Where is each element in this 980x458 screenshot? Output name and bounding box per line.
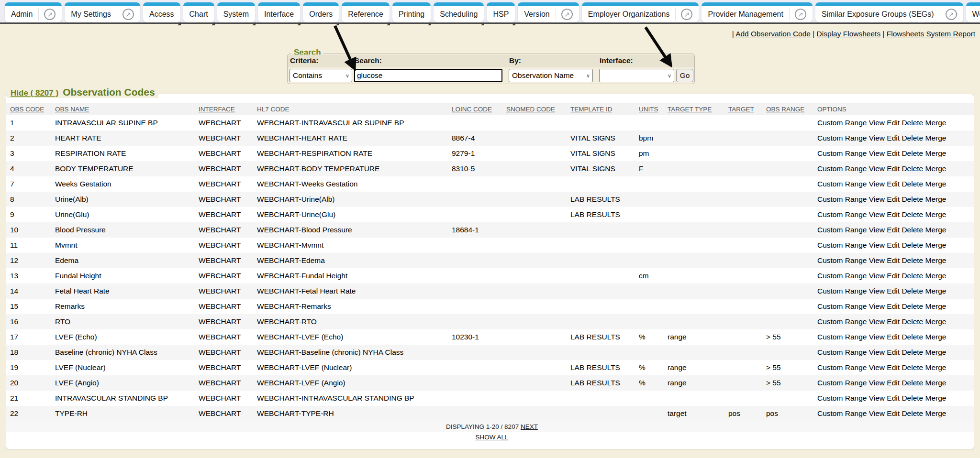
- option-link-view[interactable]: View: [869, 195, 885, 203]
- option-link-delete[interactable]: Delete: [902, 287, 923, 295]
- option-link-delete[interactable]: Delete: [902, 317, 923, 326]
- option-link-custom-range[interactable]: Custom Range: [817, 348, 867, 356]
- option-link-view[interactable]: View: [869, 180, 885, 188]
- option-link-delete[interactable]: Delete: [902, 180, 923, 188]
- option-link-view[interactable]: View: [869, 409, 885, 417]
- option-link-delete[interactable]: Delete: [902, 241, 923, 249]
- option-link-edit[interactable]: Edit: [887, 210, 900, 218]
- option-link-delete[interactable]: Delete: [902, 348, 923, 356]
- option-link-custom-range[interactable]: Custom Range: [817, 409, 867, 417]
- sort-link-obs_range[interactable]: OBS RANGE: [766, 106, 804, 113]
- option-link-merge[interactable]: Merge: [925, 409, 947, 417]
- sort-link-template[interactable]: TEMPLATE ID: [570, 106, 612, 113]
- option-link-edit[interactable]: Edit: [887, 256, 900, 264]
- option-link-delete[interactable]: Delete: [902, 134, 923, 142]
- option-link-edit[interactable]: Edit: [887, 134, 900, 142]
- option-link-edit[interactable]: Edit: [887, 363, 900, 371]
- option-link-delete[interactable]: Delete: [902, 394, 923, 402]
- option-link-merge[interactable]: Merge: [925, 363, 947, 371]
- sort-link-interface[interactable]: INTERFACE: [199, 106, 235, 113]
- sort-link-units[interactable]: UNITS: [639, 106, 658, 113]
- option-link-merge[interactable]: Merge: [925, 379, 947, 387]
- option-link-custom-range[interactable]: Custom Range: [817, 195, 867, 203]
- option-link-edit[interactable]: Edit: [887, 379, 900, 387]
- option-link-edit[interactable]: Edit: [887, 272, 900, 280]
- option-link-merge[interactable]: Merge: [925, 348, 947, 356]
- option-link-custom-range[interactable]: Custom Range: [817, 287, 867, 295]
- nav-tab-orders[interactable]: Orders: [303, 2, 339, 22]
- nav-tab-chart[interactable]: Chart: [183, 2, 214, 22]
- nav-tab-version[interactable]: Version↗: [518, 2, 579, 22]
- option-link-view[interactable]: View: [869, 287, 885, 295]
- option-link-merge[interactable]: Merge: [925, 256, 947, 264]
- interface-select[interactable]: ∨: [599, 69, 674, 82]
- option-link-merge[interactable]: Merge: [925, 210, 947, 218]
- sort-link-target_type[interactable]: TARGET TYPE: [668, 106, 712, 113]
- option-link-view[interactable]: View: [869, 134, 885, 142]
- option-link-merge[interactable]: Merge: [925, 287, 947, 295]
- option-link-merge[interactable]: Merge: [925, 317, 947, 326]
- nav-tab-scheduling[interactable]: Scheduling: [434, 2, 484, 22]
- header-link-flowsheets-system-report[interactable]: Flowsheets System Report: [887, 30, 975, 38]
- option-link-merge[interactable]: Merge: [925, 195, 947, 203]
- option-link-view[interactable]: View: [869, 348, 885, 356]
- option-link-merge[interactable]: Merge: [925, 180, 947, 188]
- option-link-view[interactable]: View: [869, 256, 885, 264]
- criteria-select[interactable]: Contains ∨: [290, 69, 352, 82]
- option-link-edit[interactable]: Edit: [887, 180, 900, 188]
- option-link-delete[interactable]: Delete: [902, 272, 923, 280]
- option-link-edit[interactable]: Edit: [887, 394, 900, 402]
- option-link-delete[interactable]: Delete: [902, 256, 923, 264]
- external-link-icon[interactable]: ↗: [44, 9, 56, 20]
- option-link-edit[interactable]: Edit: [887, 317, 900, 326]
- option-link-view[interactable]: View: [869, 363, 885, 371]
- option-link-merge[interactable]: Merge: [925, 241, 947, 249]
- show-all-link[interactable]: SHOW ALL: [475, 434, 508, 441]
- option-link-edit[interactable]: Edit: [887, 226, 900, 234]
- option-link-merge[interactable]: Merge: [925, 119, 947, 127]
- option-link-merge[interactable]: Merge: [925, 226, 947, 234]
- option-link-merge[interactable]: Merge: [925, 333, 947, 341]
- external-link-icon[interactable]: ↗: [561, 9, 573, 20]
- option-link-edit[interactable]: Edit: [887, 409, 900, 417]
- option-link-custom-range[interactable]: Custom Range: [817, 241, 867, 249]
- external-link-icon[interactable]: ↗: [681, 9, 692, 20]
- option-link-edit[interactable]: Edit: [887, 241, 900, 249]
- nav-tab-hsp[interactable]: HSP: [487, 2, 515, 22]
- option-link-delete[interactable]: Delete: [902, 409, 923, 417]
- option-link-custom-range[interactable]: Custom Range: [817, 363, 867, 371]
- nav-tab-provider-management[interactable]: Provider Management↗: [702, 2, 812, 22]
- option-link-custom-range[interactable]: Custom Range: [817, 210, 867, 218]
- option-link-merge[interactable]: Merge: [925, 149, 947, 157]
- option-link-custom-range[interactable]: Custom Range: [817, 226, 867, 234]
- option-link-delete[interactable]: Delete: [902, 226, 923, 234]
- option-link-merge[interactable]: Merge: [925, 272, 947, 280]
- nav-tab-interface[interactable]: Interface: [258, 2, 300, 22]
- option-link-view[interactable]: View: [869, 379, 885, 387]
- external-link-icon[interactable]: ↗: [122, 9, 134, 20]
- option-link-custom-range[interactable]: Custom Range: [817, 272, 867, 280]
- next-link[interactable]: NEXT: [521, 423, 538, 430]
- option-link-view[interactable]: View: [869, 394, 885, 402]
- option-link-custom-range[interactable]: Custom Range: [817, 256, 867, 264]
- external-link-icon[interactable]: ↗: [946, 9, 957, 20]
- option-link-custom-range[interactable]: Custom Range: [817, 119, 867, 127]
- header-link-add-observation-code[interactable]: Add Observation Code: [735, 30, 811, 38]
- option-link-edit[interactable]: Edit: [887, 119, 900, 127]
- option-link-delete[interactable]: Delete: [902, 363, 923, 371]
- option-link-custom-range[interactable]: Custom Range: [817, 180, 867, 188]
- nav-tab-access[interactable]: Access: [143, 2, 180, 22]
- option-link-delete[interactable]: Delete: [902, 119, 923, 127]
- option-link-custom-range[interactable]: Custom Range: [817, 333, 867, 341]
- option-link-merge[interactable]: Merge: [925, 134, 947, 142]
- option-link-custom-range[interactable]: Custom Range: [817, 317, 867, 326]
- option-link-delete[interactable]: Delete: [902, 164, 923, 173]
- option-link-edit[interactable]: Edit: [887, 164, 900, 173]
- nav-tab-system[interactable]: System: [217, 2, 255, 22]
- nav-tab-employer-organizations[interactable]: Employer Organizations↗: [582, 2, 699, 22]
- option-link-view[interactable]: View: [869, 272, 885, 280]
- option-link-custom-range[interactable]: Custom Range: [817, 394, 867, 402]
- option-link-custom-range[interactable]: Custom Range: [817, 149, 867, 157]
- option-link-edit[interactable]: Edit: [887, 302, 900, 310]
- option-link-view[interactable]: View: [869, 164, 885, 173]
